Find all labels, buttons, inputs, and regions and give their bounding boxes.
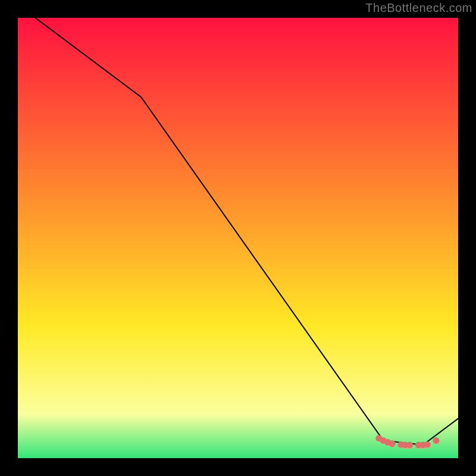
plot-area [18, 18, 458, 458]
marker-dot [433, 437, 440, 444]
marker-dot [406, 441, 413, 448]
chart-svg [18, 18, 458, 458]
gradient-background [18, 18, 458, 458]
chart-frame: TheBottleneck.com [0, 0, 476, 476]
watermark-text: TheBottleneck.com [365, 1, 472, 15]
marker-dot [389, 440, 396, 447]
marker-dot [424, 441, 431, 448]
